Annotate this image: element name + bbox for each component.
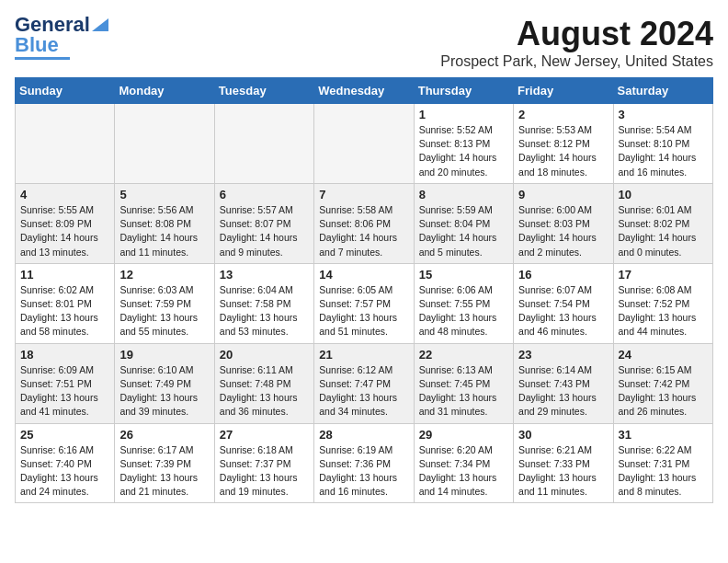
day-info: Sunrise: 6:22 AM Sunset: 7:31 PM Dayligh… xyxy=(619,443,708,500)
calendar-cell: 30Sunrise: 6:21 AM Sunset: 7:33 PM Dayli… xyxy=(514,423,613,503)
day-info: Sunrise: 5:56 AM Sunset: 8:08 PM Dayligh… xyxy=(119,203,209,259)
logo-text: General xyxy=(15,15,90,35)
page-header: General Blue August 2024 Prospect Park, … xyxy=(15,15,713,70)
calendar-cell xyxy=(314,104,414,184)
calendar-header-row: SundayMondayTuesdayWednesdayThursdayFrid… xyxy=(16,78,713,104)
day-info: Sunrise: 6:11 AM Sunset: 7:48 PM Dayligh… xyxy=(220,363,309,419)
calendar-cell: 21Sunrise: 6:12 AM Sunset: 7:47 PM Dayli… xyxy=(314,343,414,423)
calendar-cell: 24Sunrise: 6:15 AM Sunset: 7:42 PM Dayli… xyxy=(613,343,712,423)
day-number: 2 xyxy=(518,108,608,121)
calendar-cell: 11Sunrise: 6:02 AM Sunset: 8:01 PM Dayli… xyxy=(16,263,115,343)
calendar-cell: 13Sunrise: 6:04 AM Sunset: 7:58 PM Dayli… xyxy=(214,263,313,343)
calendar-cell xyxy=(214,104,313,184)
day-info: Sunrise: 6:10 AM Sunset: 7:49 PM Dayligh… xyxy=(119,363,209,419)
day-number: 24 xyxy=(619,348,708,362)
calendar-cell: 19Sunrise: 6:10 AM Sunset: 7:49 PM Dayli… xyxy=(115,343,214,423)
day-number: 3 xyxy=(619,108,708,121)
day-info: Sunrise: 6:20 AM Sunset: 7:34 PM Dayligh… xyxy=(419,443,508,500)
logo-icon xyxy=(92,15,108,31)
day-info: Sunrise: 6:02 AM Sunset: 8:01 PM Dayligh… xyxy=(20,283,109,339)
day-info: Sunrise: 6:07 AM Sunset: 7:54 PM Dayligh… xyxy=(518,283,608,339)
col-header-wednesday: Wednesday xyxy=(314,78,414,104)
calendar-cell: 8Sunrise: 5:59 AM Sunset: 8:04 PM Daylig… xyxy=(414,183,513,263)
calendar-cell: 27Sunrise: 6:18 AM Sunset: 7:37 PM Dayli… xyxy=(214,423,313,503)
calendar-cell: 7Sunrise: 5:58 AM Sunset: 8:06 PM Daylig… xyxy=(314,183,414,263)
day-info: Sunrise: 6:08 AM Sunset: 7:52 PM Dayligh… xyxy=(619,283,708,339)
calendar-cell: 6Sunrise: 5:57 AM Sunset: 8:07 PM Daylig… xyxy=(214,183,313,263)
day-number: 11 xyxy=(20,268,109,282)
calendar-cell: 31Sunrise: 6:22 AM Sunset: 7:31 PM Dayli… xyxy=(613,423,712,503)
calendar-cell: 18Sunrise: 6:09 AM Sunset: 7:51 PM Dayli… xyxy=(16,343,115,423)
calendar-week-5: 25Sunrise: 6:16 AM Sunset: 7:40 PM Dayli… xyxy=(16,423,713,503)
day-info: Sunrise: 6:03 AM Sunset: 7:59 PM Dayligh… xyxy=(119,283,209,339)
day-info: Sunrise: 6:13 AM Sunset: 7:45 PM Dayligh… xyxy=(419,363,508,419)
calendar-cell: 3Sunrise: 5:54 AM Sunset: 8:10 PM Daylig… xyxy=(613,104,712,184)
day-number: 30 xyxy=(518,428,608,442)
day-number: 19 xyxy=(119,348,209,362)
calendar-week-4: 18Sunrise: 6:09 AM Sunset: 7:51 PM Dayli… xyxy=(16,343,713,423)
day-number: 29 xyxy=(419,428,508,442)
day-number: 28 xyxy=(319,428,408,442)
calendar-cell: 5Sunrise: 5:56 AM Sunset: 8:08 PM Daylig… xyxy=(115,183,214,263)
day-number: 23 xyxy=(518,348,608,362)
calendar-cell: 12Sunrise: 6:03 AM Sunset: 7:59 PM Dayli… xyxy=(115,263,214,343)
logo-underline xyxy=(15,57,70,60)
day-info: Sunrise: 6:01 AM Sunset: 8:02 PM Dayligh… xyxy=(619,203,708,259)
day-info: Sunrise: 6:00 AM Sunset: 8:03 PM Dayligh… xyxy=(518,203,608,259)
col-header-thursday: Thursday xyxy=(414,78,513,104)
calendar-cell xyxy=(115,104,214,184)
day-number: 20 xyxy=(220,348,309,362)
day-number: 10 xyxy=(619,188,708,201)
day-info: Sunrise: 6:12 AM Sunset: 7:47 PM Dayligh… xyxy=(319,363,408,419)
day-number: 7 xyxy=(319,188,408,201)
day-info: Sunrise: 6:21 AM Sunset: 7:33 PM Dayligh… xyxy=(518,443,608,500)
day-number: 17 xyxy=(619,268,708,282)
day-info: Sunrise: 5:53 AM Sunset: 8:12 PM Dayligh… xyxy=(518,123,608,179)
calendar-cell: 9Sunrise: 6:00 AM Sunset: 8:03 PM Daylig… xyxy=(514,183,613,263)
calendar-cell xyxy=(16,104,115,184)
location-title: Prospect Park, New Jersey, United States xyxy=(440,53,713,70)
day-info: Sunrise: 5:59 AM Sunset: 8:04 PM Dayligh… xyxy=(419,203,508,259)
calendar-week-1: 1Sunrise: 5:52 AM Sunset: 8:13 PM Daylig… xyxy=(16,104,713,184)
day-info: Sunrise: 6:05 AM Sunset: 7:57 PM Dayligh… xyxy=(319,283,408,339)
day-info: Sunrise: 6:04 AM Sunset: 7:58 PM Dayligh… xyxy=(220,283,309,339)
day-info: Sunrise: 6:09 AM Sunset: 7:51 PM Dayligh… xyxy=(20,363,109,419)
svg-marker-0 xyxy=(92,18,108,31)
day-number: 9 xyxy=(518,188,608,201)
col-header-sunday: Sunday xyxy=(16,78,115,104)
calendar-cell: 25Sunrise: 6:16 AM Sunset: 7:40 PM Dayli… xyxy=(16,423,115,503)
day-number: 31 xyxy=(619,428,708,442)
calendar-cell: 22Sunrise: 6:13 AM Sunset: 7:45 PM Dayli… xyxy=(414,343,513,423)
logo-text-blue: Blue xyxy=(15,35,59,55)
day-number: 1 xyxy=(419,108,508,121)
title-block: August 2024 Prospect Park, New Jersey, U… xyxy=(440,15,713,70)
day-number: 22 xyxy=(419,348,508,362)
calendar-cell: 4Sunrise: 5:55 AM Sunset: 8:09 PM Daylig… xyxy=(16,183,115,263)
calendar-cell: 14Sunrise: 6:05 AM Sunset: 7:57 PM Dayli… xyxy=(314,263,414,343)
day-number: 18 xyxy=(20,348,109,362)
col-header-tuesday: Tuesday xyxy=(214,78,313,104)
col-header-monday: Monday xyxy=(115,78,214,104)
day-number: 26 xyxy=(119,428,209,442)
calendar-cell: 15Sunrise: 6:06 AM Sunset: 7:55 PM Dayli… xyxy=(414,263,513,343)
day-number: 21 xyxy=(319,348,408,362)
day-info: Sunrise: 5:54 AM Sunset: 8:10 PM Dayligh… xyxy=(619,123,708,179)
day-number: 6 xyxy=(220,188,309,201)
calendar-cell: 17Sunrise: 6:08 AM Sunset: 7:52 PM Dayli… xyxy=(613,263,712,343)
day-number: 13 xyxy=(220,268,309,282)
calendar-cell: 1Sunrise: 5:52 AM Sunset: 8:13 PM Daylig… xyxy=(414,104,513,184)
calendar-cell: 26Sunrise: 6:17 AM Sunset: 7:39 PM Dayli… xyxy=(115,423,214,503)
calendar-cell: 16Sunrise: 6:07 AM Sunset: 7:54 PM Dayli… xyxy=(514,263,613,343)
day-number: 5 xyxy=(119,188,209,201)
day-number: 4 xyxy=(20,188,109,201)
calendar-week-3: 11Sunrise: 6:02 AM Sunset: 8:01 PM Dayli… xyxy=(16,263,713,343)
day-info: Sunrise: 5:58 AM Sunset: 8:06 PM Dayligh… xyxy=(319,203,408,259)
calendar-week-2: 4Sunrise: 5:55 AM Sunset: 8:09 PM Daylig… xyxy=(16,183,713,263)
calendar-cell: 10Sunrise: 6:01 AM Sunset: 8:02 PM Dayli… xyxy=(613,183,712,263)
day-info: Sunrise: 6:18 AM Sunset: 7:37 PM Dayligh… xyxy=(220,443,309,500)
logo: General Blue xyxy=(15,15,108,60)
calendar-cell: 20Sunrise: 6:11 AM Sunset: 7:48 PM Dayli… xyxy=(214,343,313,423)
day-number: 25 xyxy=(20,428,109,442)
day-info: Sunrise: 5:52 AM Sunset: 8:13 PM Dayligh… xyxy=(419,123,508,179)
day-info: Sunrise: 6:15 AM Sunset: 7:42 PM Dayligh… xyxy=(619,363,708,419)
